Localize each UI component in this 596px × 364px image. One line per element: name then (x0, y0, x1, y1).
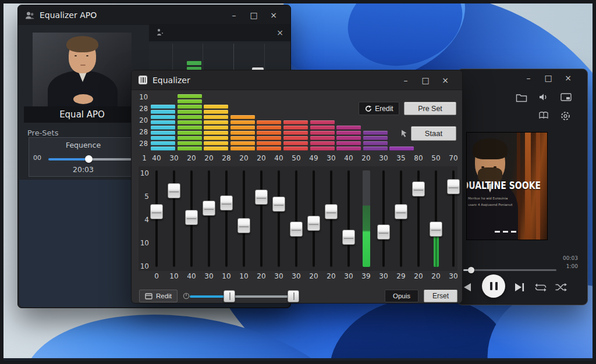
equalizer-maximize-button[interactable]: □ (416, 72, 435, 89)
eq-slider-handle-17[interactable] (430, 222, 442, 237)
pause-button[interactable] (482, 274, 505, 298)
player-maximize-button[interactable]: □ (538, 69, 558, 87)
book-icon[interactable] (538, 111, 550, 122)
slider-scale-label: 10 (137, 239, 149, 247)
eq-slider-handle-12[interactable] (342, 230, 355, 245)
stat-button[interactable]: Staat (411, 126, 456, 141)
eq-slider-handle-1[interactable] (150, 204, 163, 219)
band-value-top: 49 (305, 154, 322, 162)
band-value-bottom: 30 (288, 272, 305, 280)
folder-icon[interactable] (516, 92, 527, 103)
eq-slider-handle-4[interactable] (203, 201, 215, 216)
previous-button[interactable] (462, 282, 475, 294)
range-slider-track[interactable] (230, 295, 290, 298)
eq-slider-handle-9[interactable] (290, 222, 303, 237)
eq-slider-handle-10[interactable] (307, 216, 320, 231)
band-value-top: 80 (410, 154, 427, 162)
preset-button[interactable]: Pre Set (404, 102, 456, 115)
apo-close-button[interactable]: × (264, 6, 283, 24)
frequency-panel: Fequence 00 20:03 (29, 137, 138, 177)
repeat-button[interactable] (534, 283, 547, 294)
equalizer-close-button[interactable]: × (435, 72, 455, 89)
refresh-icon (364, 105, 371, 112)
band-value-top: 70 (445, 154, 462, 162)
eq-slider-handle-5[interactable] (220, 195, 233, 210)
speaker-icon[interactable] (538, 92, 550, 103)
eq-slider-handle-11[interactable] (325, 204, 338, 219)
range-handle-left[interactable] (224, 290, 235, 302)
album-art: JOUALTINE SOOKE Meritue ho wid Eurouinia… (466, 132, 548, 240)
player-minimize-button[interactable]: – (519, 69, 538, 87)
band-value-bottom: 30 (200, 272, 218, 280)
frequency-slider-knob[interactable] (85, 155, 93, 163)
eq-slider-track-4 (208, 170, 210, 267)
enter-button[interactable]: Erset (424, 290, 457, 302)
eq-slider-handle-8[interactable] (272, 197, 285, 212)
opus-button[interactable]: Opuis (385, 290, 418, 302)
edit-button[interactable]: Eredit (359, 102, 399, 115)
eq-slider-handle-3[interactable] (185, 210, 198, 225)
eq-slider-track-9 (295, 170, 297, 267)
shuffle-button[interactable] (555, 283, 567, 294)
band-value-bottom: 20 (305, 272, 322, 280)
picture-in-picture-icon[interactable] (560, 92, 572, 103)
slider-scale-label: 4 (137, 216, 149, 224)
range-slider-active (190, 295, 226, 298)
cursor-icon (400, 129, 408, 137)
reset-button[interactable]: Redit (139, 290, 178, 302)
equalizer-titlebar[interactable]: Equalizer – □ × (132, 70, 462, 90)
range-handle-right[interactable] (288, 290, 299, 302)
spectrum-column-6 (283, 120, 308, 151)
toolbar-person-icon (156, 28, 164, 37)
band-value-top: 30 (375, 154, 392, 162)
eq-slider-handle-16[interactable] (412, 181, 425, 197)
band-value-bottom: 30 (445, 272, 462, 280)
next-button[interactable] (514, 282, 527, 294)
apo-titlebar[interactable]: Equalizer APO – □ × (18, 5, 290, 25)
frequency-min-label: 00 (33, 154, 41, 162)
eq-slider-handle-15[interactable] (395, 204, 407, 219)
album-title: JOUALTINE SOOKE (466, 179, 541, 191)
spectrum-column-4 (230, 115, 255, 151)
band-value-top: 28 (218, 154, 235, 162)
band-row-prefix: 1 (141, 154, 148, 162)
toolbar-close-icon[interactable]: × (276, 28, 283, 37)
eq-slider-handle-14[interactable] (377, 224, 390, 240)
spectrum-column-9 (363, 131, 388, 151)
time-total: 1:00 (566, 263, 578, 269)
eq-slider-handle-6[interactable] (237, 218, 250, 233)
taskbar[interactable] (0, 358, 596, 364)
band-value-bottom: 10 (235, 272, 253, 280)
band-value-top: 50 (288, 154, 305, 162)
slider-scale: 10541010 (137, 166, 150, 271)
eq-fader-green-13[interactable] (363, 170, 370, 267)
player-titlebar[interactable]: – □ × (457, 69, 587, 87)
band-value-top: 20 (200, 154, 218, 162)
apo-toolbar: × (149, 24, 290, 41)
player-close-button[interactable]: × (558, 69, 578, 87)
knob-icon (183, 292, 190, 299)
progress-bar[interactable] (463, 269, 556, 271)
eq-slider-track-5 (225, 170, 228, 267)
spectrum-column-7 (310, 120, 335, 151)
frequency-label: Fequence (29, 141, 137, 149)
progress-handle[interactable] (468, 267, 474, 273)
band-value-bottom: 10 (218, 272, 235, 280)
eq-slider-handle-7[interactable] (255, 190, 268, 205)
apo-maximize-button[interactable]: □ (244, 6, 264, 24)
settings-gear-icon[interactable] (560, 111, 572, 122)
eq-slider-track-7 (260, 170, 262, 267)
slider-scale-label: 5 (137, 192, 149, 201)
frequency-slider[interactable] (48, 158, 132, 160)
eq-slider-handle-2[interactable] (168, 183, 180, 198)
apo-minimize-button[interactable]: – (224, 6, 244, 24)
band-value-bottom: 40 (183, 272, 200, 280)
band-row-top: 1 403020202820204050493040203035805070 (139, 154, 464, 163)
eq-slider-handle-18[interactable] (447, 179, 460, 194)
spectrum-column-8 (336, 126, 361, 151)
presets-label: Pre-Sets (27, 129, 58, 137)
equalizer-minimize-button[interactable]: – (396, 72, 416, 89)
equalizer-app-icon (139, 76, 147, 84)
band-value-bottom: 20 (322, 272, 340, 280)
band-value-top: 20 (357, 154, 375, 162)
